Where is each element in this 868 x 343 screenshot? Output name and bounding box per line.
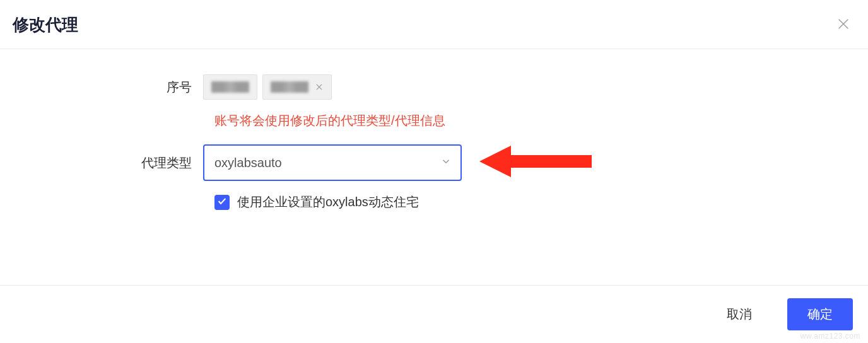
modal-body: 序号 账号将会使用修改后的代理类型/代理信息 代理类型 xyxy=(0,49,868,285)
proxy-type-value: oxylabsauto xyxy=(214,156,282,170)
modal-header: 修改代理 xyxy=(0,0,868,49)
confirm-button[interactable]: 确定 xyxy=(787,298,853,330)
modal-footer: 取消 确定 ww.amz123.com xyxy=(0,285,868,343)
tag-content-redacted xyxy=(211,81,249,93)
annotation-arrow-icon xyxy=(479,139,593,186)
modal-title: 修改代理 xyxy=(13,14,78,36)
tag-content-redacted xyxy=(271,81,308,93)
cancel-button[interactable]: 取消 xyxy=(707,298,772,330)
serial-tag-1[interactable] xyxy=(203,74,257,100)
serial-tag-2[interactable] xyxy=(262,74,332,100)
proxy-type-row: 代理类型 oxylabsauto xyxy=(13,144,855,181)
modify-proxy-modal: 修改代理 序号 xyxy=(0,0,868,343)
tag-close-icon[interactable] xyxy=(315,83,324,91)
serial-label: 序号 xyxy=(13,79,203,96)
checkbox-label: 使用企业设置的oxylabs动态住宅 xyxy=(237,194,419,211)
watermark: ww.amz123.com xyxy=(801,332,860,340)
svg-marker-4 xyxy=(479,146,592,177)
proxy-type-select-wrapper: oxylabsauto xyxy=(203,144,462,181)
serial-tags xyxy=(203,74,332,100)
proxy-type-select[interactable]: oxylabsauto xyxy=(203,144,462,181)
serial-row: 序号 xyxy=(13,74,855,100)
checkmark-icon xyxy=(217,196,227,209)
checkbox-row: 使用企业设置的oxylabs动态住宅 xyxy=(214,194,855,211)
warning-text: 账号将会使用修改后的代理类型/代理信息 xyxy=(214,112,855,129)
use-enterprise-checkbox[interactable] xyxy=(214,195,230,210)
close-icon xyxy=(836,17,850,33)
close-button[interactable] xyxy=(834,15,853,35)
proxy-type-label: 代理类型 xyxy=(13,154,203,172)
